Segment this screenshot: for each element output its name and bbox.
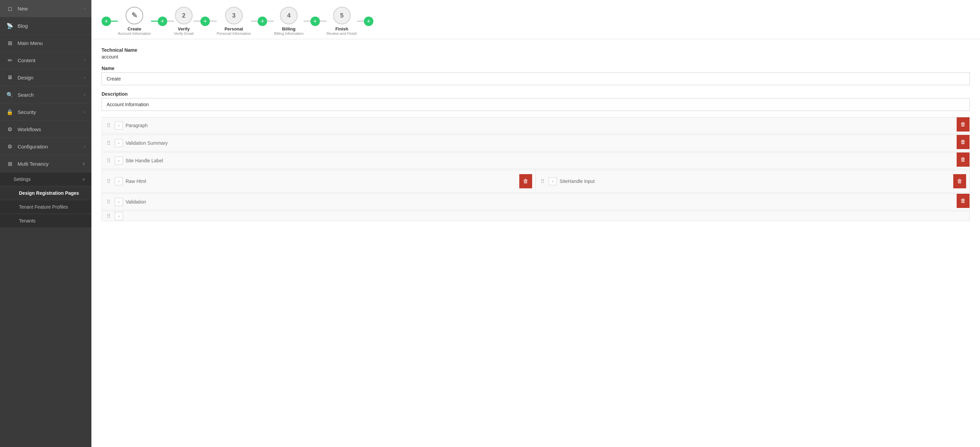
sidebar-item-search[interactable]: 🔍 Search › [0,86,91,103]
component-label-validation: Validation [126,199,953,204]
sidebar-item-label-new: New [18,6,28,11]
delete-btn-site-handle-label[interactable]: 🗑 [957,152,969,167]
delete-btn-paragraph[interactable]: 🗑 [957,117,969,132]
sidebar-item-label-main-menu: Main Menu [18,40,43,46]
add-step-after-create[interactable]: + [158,17,167,26]
connector-1 [111,21,118,22]
content-area: Technical Name account Name Description … [91,39,980,447]
expand-btn-paragraph[interactable]: › [115,121,123,130]
content-icon: ✏ [6,57,14,64]
sidebar-item-content[interactable]: ✏ Content › [0,52,91,69]
step-number-personal: 3 [232,12,235,19]
settings-chevron-down-icon: ∨ [82,177,85,182]
sidebar-item-blog[interactable]: 📡 Blog [0,17,91,35]
sidebar-item-configuration[interactable]: ⚙ Configuration › [0,138,91,155]
wizard-step-finish: 5 Finish Review and Finish [327,7,357,35]
sidebar-sub-label-settings: Settings [14,176,31,182]
component-label-validation-summary: Validation Summary [126,140,953,146]
technical-name-label: Technical Name [102,48,970,53]
connector-10 [357,21,364,22]
step-circle-verify[interactable]: 2 [175,7,192,24]
split-right-sitehandle: ⠿ › SiteHandle Input 🗑 [536,170,969,192]
component-row-extra: ⠿ › [102,211,970,221]
step-number-finish: 5 [340,12,344,19]
new-icon: ◻ [6,5,14,12]
add-step-before-create[interactable]: + [102,17,111,26]
sidebar-item-label-multi-tenancy: Multi Tenancy [18,161,48,167]
sidebar-sub-item-tenant-feature-profiles[interactable]: Tenant Feature Profiles [0,200,91,214]
connector-4 [194,21,200,22]
step-sublabel-billing: Billing Information [274,32,303,35]
step-sublabel-finish: Review and Finish [327,32,357,35]
step-label-finish: Finish [336,26,348,32]
wizard-step-verify: 2 Verify Verify Email [174,7,194,35]
sidebar-item-security[interactable]: 🔒 Security › [0,103,91,121]
description-input[interactable] [102,98,970,111]
security-icon: 🔒 [6,108,14,116]
component-row-split-rawhtml: ⠿ › Raw Html 🗑 ⠿ › SiteHandle Input 🗑 [102,170,970,193]
technical-name-value: account [102,54,970,60]
delete-btn-sitehandle-input[interactable]: 🗑 [953,174,966,188]
delete-btn-raw-html[interactable]: 🗑 [519,174,532,188]
sidebar-item-main-menu[interactable]: ⊞ Main Menu [0,35,91,52]
add-step-after-billing[interactable]: + [310,17,320,26]
expand-btn-sitehandle-input[interactable]: › [549,177,557,185]
drag-handle-validation-summary[interactable]: ⠿ [105,139,112,147]
expand-btn-extra[interactable]: › [115,212,123,220]
sidebar-sub-label-tenants: Tenants [19,218,35,224]
chevron-right-icon: › [84,144,85,149]
sidebar-item-new[interactable]: ◻ New › [0,0,91,17]
search-icon: 🔍 [6,91,14,98]
drag-handle-paragraph[interactable]: ⠿ [105,122,112,130]
step-label-billing: Billing [282,26,296,32]
expand-btn-raw-html[interactable]: › [115,177,123,185]
design-icon: 🖥 [6,74,14,81]
step-circle-billing[interactable]: 4 [280,7,298,24]
sidebar-item-multi-tenancy[interactable]: ⊞ Multi Tenancy ∨ [0,155,91,173]
sidebar-sub-item-tenants[interactable]: Tenants [0,214,91,228]
step-number-verify: 2 [182,12,186,19]
step-label-verify: Verify [178,26,189,32]
chevron-right-icon: › [84,75,85,80]
step-sublabel-verify: Verify Email [174,32,194,35]
step-sublabel-create: Account Information [118,32,151,35]
sidebar-sub-item-settings[interactable]: Settings ∨ [0,173,91,186]
drag-handle-site-handle-label[interactable]: ⠿ [105,157,112,165]
delete-btn-validation-summary[interactable]: 🗑 [957,135,969,149]
sidebar-sub-item-design-registration-pages[interactable]: Design Registration Pages [0,186,91,200]
step-circle-create[interactable]: ✎ [126,7,143,24]
drag-handle-extra[interactable]: ⠿ [105,212,112,220]
step-circle-finish[interactable]: 5 [333,7,351,24]
step-label-personal: Personal [224,26,243,32]
wizard-step-billing: 4 Billing Billing Information [274,7,303,35]
step-number-billing: 4 [287,12,290,19]
expand-btn-validation[interactable]: › [115,198,123,206]
description-label: Description [102,91,970,97]
configuration-icon: ⚙ [6,143,14,150]
add-step-after-finish[interactable]: + [364,17,373,26]
workflows-icon: ⚙ [6,125,14,133]
delete-btn-validation[interactable]: 🗑 [957,194,969,208]
sidebar-item-label-content: Content [18,57,35,63]
drag-handle-sitehandle-input[interactable]: ⠿ [539,178,546,185]
expand-btn-validation-summary[interactable]: › [115,139,123,147]
drag-handle-raw-html[interactable]: ⠿ [105,178,112,185]
add-step-after-verify[interactable]: + [200,17,210,26]
sidebar-item-workflows[interactable]: ⚙ Workflows [0,121,91,138]
wizard-step-personal: 3 Personal Personal Information [216,7,251,35]
step-circle-personal[interactable]: 3 [225,7,243,24]
connector-5 [210,21,216,22]
drag-handle-validation[interactable]: ⠿ [105,198,112,206]
component-row-site-handle-label: ⠿ › Site Handle Label 🗑 [102,152,970,169]
sidebar-item-label-search: Search [18,92,34,98]
expand-btn-site-handle-label[interactable]: › [115,157,123,165]
connector-7 [267,21,274,22]
component-label-raw-html: Raw Html [126,179,517,184]
add-step-after-personal[interactable]: + [258,17,267,26]
step-sublabel-personal: Personal Information [216,32,251,35]
sidebar-item-design[interactable]: 🖥 Design › [0,69,91,86]
sidebar-sub-label-tenant-feature-profiles: Tenant Feature Profiles [19,204,68,210]
description-group: Description [102,91,970,111]
name-input[interactable] [102,72,970,85]
component-label-sitehandle-input: SiteHandle Input [560,179,951,184]
